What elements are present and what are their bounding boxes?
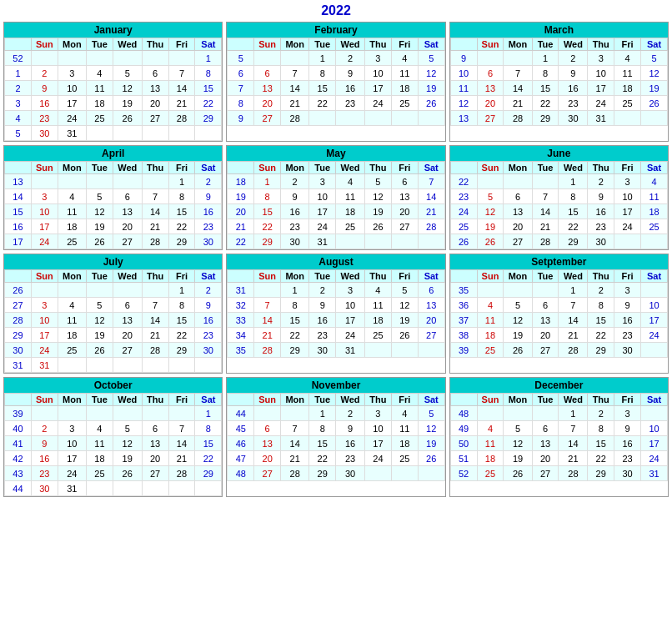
day-cell: 1 bbox=[309, 406, 336, 421]
calendar-row: 4412345 bbox=[228, 406, 444, 421]
weekday-header-sat: Sat bbox=[195, 162, 222, 174]
calendar-row: 3645678910 bbox=[450, 298, 667, 313]
calendar-row: 391 bbox=[5, 406, 222, 421]
weekday-header-fri: Fri bbox=[614, 270, 641, 283]
day-cell: 31 bbox=[336, 343, 365, 358]
day-cell: 7 bbox=[168, 421, 195, 436]
day-cell bbox=[504, 406, 532, 421]
day-cell: 24 bbox=[58, 466, 86, 481]
day-cell: 2 bbox=[281, 174, 309, 189]
week-number: 21 bbox=[228, 219, 254, 234]
month-block-january: JanuarySunMonTueWedThuFriSat521123456782… bbox=[3, 22, 223, 142]
day-cell: 29 bbox=[532, 111, 559, 126]
weekday-header-wed: Wed bbox=[113, 38, 142, 51]
day-cell bbox=[142, 481, 168, 496]
day-cell: 28 bbox=[168, 111, 195, 126]
day-cell: 12 bbox=[504, 313, 532, 328]
weekday-header-thu: Thu bbox=[588, 38, 614, 51]
day-cell: 3 bbox=[58, 421, 86, 436]
calendar-grid: JanuarySunMonTueWedThuFriSat521123456782… bbox=[3, 22, 669, 497]
day-cell bbox=[641, 283, 668, 298]
weekday-header-mon: Mon bbox=[504, 270, 532, 283]
day-cell bbox=[504, 283, 532, 298]
day-cell: 2 bbox=[31, 66, 58, 81]
day-cell: 6 bbox=[418, 283, 444, 298]
day-cell: 28 bbox=[254, 343, 281, 358]
calendar-row: 5011121314151617 bbox=[450, 436, 667, 451]
week-number: 32 bbox=[228, 298, 254, 313]
day-cell: 25 bbox=[477, 343, 504, 358]
day-cell: 7 bbox=[142, 189, 168, 204]
day-cell: 22 bbox=[195, 96, 222, 111]
weekday-header-thu: Thu bbox=[588, 162, 614, 174]
day-cell bbox=[86, 174, 113, 189]
weekday-header-mon: Mon bbox=[58, 162, 86, 174]
weekday-header-sun: Sun bbox=[254, 394, 281, 406]
weekday-header-tue: Tue bbox=[309, 162, 336, 174]
day-cell: 18 bbox=[86, 451, 113, 466]
day-cell: 31 bbox=[641, 466, 668, 481]
month-header: June bbox=[450, 146, 668, 161]
day-cell: 7 bbox=[559, 421, 588, 436]
week-number: 13 bbox=[5, 174, 32, 189]
day-cell bbox=[168, 126, 195, 141]
calendar-row: 2917181920212223 bbox=[5, 328, 222, 343]
calendar-row: 1220212223242526 bbox=[450, 96, 667, 111]
day-cell: 24 bbox=[58, 111, 86, 126]
day-cell: 31 bbox=[58, 126, 86, 141]
calendar-row: 402345678 bbox=[5, 421, 222, 436]
day-cell: 15 bbox=[254, 204, 281, 219]
day-cell: 29 bbox=[281, 343, 309, 358]
day-cell: 30 bbox=[195, 343, 222, 358]
day-cell bbox=[31, 283, 58, 298]
day-cell: 11 bbox=[364, 298, 391, 313]
weekday-header-fri: Fri bbox=[614, 38, 641, 51]
day-cell: 4 bbox=[58, 298, 86, 313]
day-cell: 8 bbox=[588, 298, 614, 313]
day-cell: 12 bbox=[504, 436, 532, 451]
day-cell: 3 bbox=[31, 298, 58, 313]
week-number: 19 bbox=[228, 189, 254, 204]
day-cell bbox=[168, 51, 195, 66]
week-number: 9 bbox=[450, 51, 477, 66]
day-cell bbox=[391, 466, 418, 481]
day-cell: 20 bbox=[113, 219, 142, 234]
weekday-header-mon: Mon bbox=[281, 270, 309, 283]
weekday-header-tue: Tue bbox=[86, 162, 113, 174]
day-cell bbox=[641, 111, 668, 126]
day-cell: 17 bbox=[58, 96, 86, 111]
day-cell: 9 bbox=[281, 189, 309, 204]
calendar-row: 2122232425262728 bbox=[228, 219, 444, 234]
week-number: 16 bbox=[5, 219, 32, 234]
day-cell: 7 bbox=[559, 298, 588, 313]
day-cell bbox=[641, 343, 668, 358]
day-cell bbox=[391, 343, 418, 358]
day-cell: 8 bbox=[559, 189, 588, 204]
weekday-header-sat: Sat bbox=[418, 38, 444, 51]
year-title: 2022 bbox=[3, 3, 669, 18]
day-cell bbox=[142, 126, 168, 141]
month-header: March bbox=[450, 23, 668, 38]
month-block-setptember: SetptemberSunMonTueWedThuFriSat351233645… bbox=[449, 254, 669, 374]
day-cell: 11 bbox=[391, 66, 418, 81]
month-header: October bbox=[4, 378, 222, 393]
day-cell: 17 bbox=[31, 219, 58, 234]
day-cell bbox=[477, 174, 504, 189]
month-header: July bbox=[4, 254, 222, 269]
week-number: 40 bbox=[5, 421, 32, 436]
day-cell: 3 bbox=[364, 51, 391, 66]
weekday-header-fri: Fri bbox=[391, 394, 418, 406]
day-cell: 4 bbox=[86, 66, 113, 81]
weekday-header-wed: Wed bbox=[113, 162, 142, 174]
day-cell: 12 bbox=[113, 436, 142, 451]
day-cell: 29 bbox=[168, 234, 195, 249]
calendar-row: 3711121314151617 bbox=[450, 313, 667, 328]
day-cell: 11 bbox=[86, 81, 113, 96]
calendar-row: 3818192021222324 bbox=[450, 328, 667, 343]
day-cell: 1 bbox=[168, 283, 195, 298]
day-cell bbox=[532, 283, 559, 298]
day-cell: 23 bbox=[31, 111, 58, 126]
day-cell: 10 bbox=[336, 298, 365, 313]
day-cell: 8 bbox=[281, 298, 309, 313]
weekday-header-sun: Sun bbox=[254, 162, 281, 174]
